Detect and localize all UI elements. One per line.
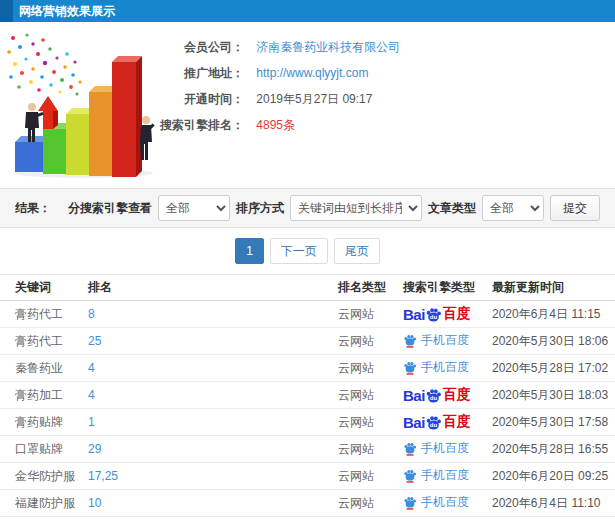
- keyword-cell: 膏药代工: [15, 306, 88, 323]
- mobile-baidu-logo: 手机百度: [403, 494, 469, 511]
- engine-cell: 手机百度: [403, 332, 492, 351]
- info-section: 会员公司： 济南秦鲁药业科技有限公司 推广地址： http://www.qlyy…: [0, 22, 615, 188]
- rank-type-cell: 云网站: [338, 441, 403, 458]
- company-link[interactable]: 济南秦鲁药业科技有限公司: [256, 40, 400, 54]
- next-page-button[interactable]: 下一页: [270, 238, 328, 264]
- rank-link[interactable]: 29: [88, 442, 338, 456]
- keyword-cell: 口罩贴牌: [15, 441, 88, 458]
- rank-type-cell: 云网站: [338, 387, 403, 404]
- svg-text:du: du: [430, 422, 438, 428]
- rank-link[interactable]: 10: [88, 496, 338, 510]
- opened-time-value: 2019年5月27日 09:17: [256, 92, 372, 106]
- rank-link[interactable]: 1: [88, 415, 338, 429]
- rank-link[interactable]: 4: [88, 388, 338, 402]
- confetti-dots: [7, 33, 81, 95]
- last-page-button[interactable]: 尾页: [334, 238, 380, 264]
- rank-type-cell: 云网站: [338, 360, 403, 377]
- mobile-baidu-logo: 手机百度: [403, 440, 469, 457]
- header-updated: 最新更新时间: [492, 279, 615, 296]
- table-row: 福建防护服 10 云网站 手机百度 2020年6月4日 11:10: [0, 490, 615, 517]
- engine-cell: 手机百度: [403, 494, 492, 513]
- baidu-paw-icon: du: [425, 414, 442, 431]
- baidu-paw-icon: du: [425, 306, 442, 323]
- updated-cell: 2020年5月30日 18:03: [492, 387, 615, 404]
- engine-cell: Bai du 百度: [403, 386, 492, 404]
- keyword-cell: 膏药贴牌: [15, 414, 88, 431]
- keyword-cell: 金华防护服: [15, 468, 88, 485]
- header-rank: 排名: [88, 279, 338, 296]
- table-row: 膏药贴牌 1 云网站 Bai du 百度 2020年5月30日 17:58: [0, 409, 615, 436]
- page-1-button[interactable]: 1: [235, 238, 264, 264]
- rank-link[interactable]: 8: [88, 307, 338, 321]
- table-row: 膏药代工 25 云网站 手机百度 2020年5月30日 18:06: [0, 328, 615, 355]
- article-type-select[interactable]: 全部: [482, 195, 544, 221]
- keyword-cell: 膏药代工: [15, 333, 88, 350]
- rank-type-cell: 云网站: [338, 333, 403, 350]
- rank-type-cell: 云网站: [338, 306, 403, 323]
- keyword-cell: 膏药加工: [15, 387, 88, 404]
- mobile-baidu-paw-icon: [403, 441, 417, 456]
- info-row-company: 会员公司： 济南秦鲁药业科技有限公司: [160, 38, 400, 64]
- table-row: 秦鲁药业 4 云网站 手机百度 2020年5月28日 17:02: [0, 355, 615, 382]
- info-row-url: 推广地址： http://www.qlyyjt.com: [160, 64, 400, 90]
- titlebar: 网络营销效果展示: [0, 0, 615, 22]
- baidu-logo: Bai du 百度: [403, 386, 471, 404]
- up-arrow-icon: [38, 96, 58, 129]
- table-body: 膏药代工 8 云网站 Bai du 百度 2020年6月4日 11:15 膏药代…: [0, 301, 615, 520]
- rank-type-cell: 云网站: [338, 495, 403, 512]
- engine-cell: 手机百度: [403, 359, 492, 378]
- bar-chart-clipart: [5, 32, 170, 180]
- table-row: 膏药加工 4 云网站 Bai du 百度 2020年5月30日 18:03: [0, 382, 615, 409]
- app-window: 网络营销效果展示: [0, 0, 615, 520]
- page-title: 网络营销效果展示: [19, 3, 115, 20]
- businessman-right: [140, 116, 155, 160]
- promo-url-link[interactable]: http://www.qlyyjt.com: [256, 66, 368, 80]
- sort-select[interactable]: 关键词由短到长排序: [290, 195, 422, 221]
- mobile-baidu-paw-icon: [403, 333, 417, 348]
- baidu-logo: Bai du 百度: [403, 413, 471, 431]
- filter-bar: 结果： 分搜索引擎查看 全部 排序方式 关键词由短到长排序 文章类型 全部 提交: [0, 188, 615, 228]
- mobile-baidu-paw-icon: [403, 495, 417, 510]
- table-row: 金华防护服 17,25 云网站 手机百度 2020年6月20日 09:25: [0, 463, 615, 490]
- mobile-baidu-logo: 手机百度: [403, 332, 469, 349]
- header-keyword: 关键词: [15, 279, 88, 296]
- updated-cell: 2020年5月28日 17:02: [492, 360, 615, 377]
- engine-cell: 手机百度: [403, 440, 492, 459]
- baidu-logo: Bai du 百度: [403, 305, 471, 323]
- updated-cell: 2020年5月30日 17:58: [492, 414, 615, 431]
- opened-time-label: 开通时间：: [160, 90, 244, 108]
- rank-link[interactable]: 17,25: [88, 469, 338, 483]
- mobile-baidu-logo: 手机百度: [403, 359, 469, 376]
- updated-cell: 2020年6月4日 11:10: [492, 495, 615, 512]
- keyword-cell: 秦鲁药业: [15, 360, 88, 377]
- submit-button[interactable]: 提交: [550, 195, 600, 221]
- updated-cell: 2020年6月4日 11:15: [492, 306, 615, 323]
- engine-cell: 手机百度: [403, 467, 492, 486]
- rank-type-cell: 云网站: [338, 468, 403, 485]
- mobile-baidu-paw-icon: [403, 360, 417, 375]
- engine-filter-label: 分搜索引擎查看: [68, 200, 152, 217]
- company-label: 会员公司：: [160, 38, 244, 56]
- info-row-rank-count: 搜索引擎排名： 4895条: [160, 116, 400, 142]
- mobile-baidu-logo: 手机百度: [403, 467, 469, 484]
- engine-cell: Bai du 百度: [403, 413, 492, 431]
- updated-cell: 2020年5月30日 18:06: [492, 333, 615, 350]
- table-header-row: 关键词 排名 排名类型 搜索引擎类型 最新更新时间: [0, 275, 615, 301]
- member-info-list: 会员公司： 济南秦鲁药业科技有限公司 推广地址： http://www.qlyy…: [160, 38, 400, 142]
- rank-link[interactable]: 4: [88, 361, 338, 375]
- ranking-table: 关键词 排名 排名类型 搜索引擎类型 最新更新时间 膏药代工 8 云网站 Bai…: [0, 274, 615, 520]
- article-type-label: 文章类型: [428, 200, 476, 217]
- pagination: 1 下一页 尾页: [0, 228, 615, 274]
- updated-cell: 2020年6月20日 09:25: [492, 468, 615, 485]
- table-row: 膏药代工 8 云网站 Bai du 百度 2020年6月4日 11:15: [0, 301, 615, 328]
- result-label: 结果：: [15, 200, 51, 217]
- header-engine-type: 搜索引擎类型: [403, 279, 492, 296]
- keyword-cell: 福建防护服: [15, 495, 88, 512]
- promo-url-label: 推广地址：: [160, 64, 244, 82]
- engine-rank-label: 搜索引擎排名：: [160, 116, 244, 134]
- table-row: 口罩贴牌 29 云网站 手机百度 2020年5月28日 16:55: [0, 436, 615, 463]
- rank-link[interactable]: 25: [88, 334, 338, 348]
- filter-controls: 分搜索引擎查看 全部 排序方式 关键词由短到长排序 文章类型 全部 提交: [68, 195, 600, 221]
- engine-select[interactable]: 全部: [158, 195, 230, 221]
- svg-text:du: du: [430, 395, 438, 401]
